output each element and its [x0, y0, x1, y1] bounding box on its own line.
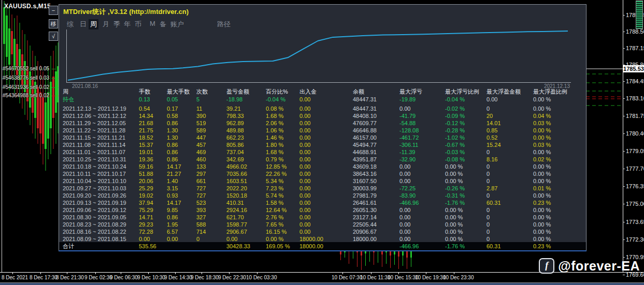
table-row-0-col11: 0.00 % [533, 106, 551, 112]
move-button[interactable]: 移 [49, 19, 58, 28]
table-row-3-col11: 0.00 % [533, 127, 551, 134]
minimize-button[interactable]: − [49, 6, 58, 15]
table-row-4-col9: -1.02 % [445, 134, 465, 141]
table-row-9-col6: 0.00 [299, 171, 310, 177]
table-row-16-col2: 1.95 [167, 221, 178, 228]
time-tick [40, 273, 41, 274]
table-row-13-col11: 0.23 % [533, 200, 551, 206]
table-row-3-col9: -0.28 % [445, 127, 465, 134]
table-row-8-col3: 133 [196, 163, 206, 170]
table-header-col4: 盈亏金额 [226, 88, 249, 95]
table-row-1-col6: 0.00 [299, 113, 310, 119]
table-row-8-col4: 4966.02 [226, 163, 247, 170]
table-row-17-col2: 6.57 [167, 229, 178, 235]
order-label-2[interactable]: #54631936 sell 0.02 [3, 84, 49, 90]
table-row-5-col7: 45494.77 [353, 142, 377, 148]
table-row-11-col6: 0.00 [299, 185, 310, 192]
table-row-8-col2: 14.17 [167, 163, 181, 170]
time-label-0: 8 Dec 2021 [2, 275, 28, 280]
symbol-label: XAUUSD.s,M15 [4, 3, 51, 10]
time-label-5: 9 Dec 10:30 [137, 275, 165, 280]
table-row-3-col1: 21.75 [139, 127, 153, 134]
check-button[interactable]: √ [49, 32, 58, 41]
table-header-col9: 最大浮亏比例 [445, 88, 479, 95]
table-row-4-col1: 18.52 [139, 134, 153, 141]
table-row-3-col6: 0.00 [299, 127, 310, 134]
table-row-10-col5: 5.34 % [266, 178, 283, 185]
price-label-1784.45: 1784.45 [626, 78, 644, 84]
table-row-17-col11: 0.00 % [533, 229, 551, 235]
table-row-14-col3: 393 [196, 207, 206, 214]
time-tick [12, 273, 13, 274]
table-row-16-col1: 29.23 [139, 221, 153, 228]
table-row-5-col11: 0.03 % [533, 142, 551, 148]
price-label-1783.10: 1783.10 [626, 95, 644, 101]
table-row-16-col7: 22505.44 [353, 221, 377, 228]
table-row-5-col1: 15.37 [139, 142, 153, 148]
time-label-7: 9 Dec 18:30 [191, 275, 219, 280]
table-row-9-col10: 0 [486, 171, 490, 177]
position-row-col5: -0.04 % [266, 96, 285, 103]
stats-table: 周手数最大手数次数盈亏金额百分比%出入金余额最大浮亏最大浮亏比例最大浮盈金额最大… [59, 5, 586, 250]
position-row-col3: 5 [196, 96, 199, 103]
total-row-col9: -1.76 % [445, 243, 465, 250]
table-row-10-col1: 20.06 [139, 178, 153, 185]
order-label-1[interactable]: #54638776 sell 0.03 [3, 75, 49, 81]
table-row-15-col5: 2.76 % [266, 214, 283, 221]
table-row-8-col6: 0.00 [299, 163, 310, 170]
table-row-17-col7: 20906.67 [353, 229, 377, 235]
table-row-5-col8: -306.11 [399, 142, 419, 148]
table-row-3-col3: 589 [196, 127, 206, 134]
table-row-9-col4: 7035.66 [226, 171, 247, 177]
table-row-0-col4: 39.21 [226, 106, 241, 112]
table-row-6-col3: 469 [196, 149, 206, 156]
table-row-2-col5: 2.06 % [266, 120, 283, 127]
total-row-col1: 535.56 [139, 243, 156, 250]
time-tick [257, 273, 257, 274]
table-row-5-col9: -0.67 % [445, 142, 465, 148]
table-row-18-col3: 0 [196, 236, 199, 243]
table-row-0-col7: 48447.31 [353, 106, 377, 112]
table-row-7-col1: 19.36 [139, 156, 153, 163]
table-row-15-col3: 327 [196, 214, 206, 221]
table-row-8-col8: 0.00 [399, 163, 410, 170]
mtdriver-stats-panel[interactable]: MTDriver统计 ,V3.12 (http://mtdriver.cn) 综… [59, 4, 586, 251]
table-header-col5: 百分比% [266, 88, 288, 95]
table-row-14-col4: 2924.16 [226, 207, 247, 214]
table-row-6-col1: 19.01 [139, 149, 153, 156]
table-row-12-col7: 27981.79 [353, 192, 377, 199]
table-row-2-col0: 2021.11.29 ~ 2021.12.05 [63, 120, 126, 127]
table-row-17-col9: 0.00 % [445, 229, 463, 235]
table-row-2-col1: 21.68 [139, 120, 153, 127]
price-tick [623, 81, 625, 82]
table-row-13-col1: 37.94 [139, 200, 153, 206]
open-orders-layer: #54670552 sell 0.05#54638776 sell 0.03#5… [0, 0, 59, 285]
table-row-0-col9: -0.02 % [445, 106, 465, 112]
table-row-14-col11: 0.00 % [533, 207, 551, 214]
position-row-col6: 0.00 [299, 96, 310, 103]
time-tick [202, 273, 202, 274]
order-label-3[interactable]: #54364988 sell 0.02 [3, 93, 49, 98]
window-left-border [2, 0, 2, 273]
table-row-8-col9: 0.00 % [445, 163, 463, 170]
table-row-2-col4: 962.89 [226, 120, 244, 127]
table-row-4-col6: 0.00 [299, 134, 310, 141]
table-row-8-col5: 12.85 % [266, 163, 287, 170]
table-row-3-col4: 489.88 [226, 127, 244, 134]
table-row-1-col2: 0.58 [167, 113, 178, 119]
order-label-0[interactable]: #54670552 sell 0.05 [3, 66, 49, 71]
table-row-13-col7: 26461.61 [353, 200, 377, 206]
table-row-18-col1: 0.00 [139, 236, 150, 243]
table-row-15-col8: 0.00 [399, 214, 410, 221]
table-row-4-col11: 0.00 % [533, 134, 551, 141]
table-row-9-col1: 51.88 [139, 171, 153, 177]
table-row-0-col0: 2021.12.13 ~ 2021.12.19 [63, 106, 126, 112]
table-row-6-col11: 0.00 % [533, 149, 551, 156]
scale-indicator-widget [636, 1, 643, 29]
time-axis[interactable]: 8 Dec 20218 Dec 17:308 Dec 21:309 Dec 02… [0, 272, 644, 282]
table-row-5-col4: 805.86 [226, 142, 244, 148]
position-row-col4: -18.98 [226, 96, 242, 103]
table-row-15-col0: 2021.08.30 ~ 2021.09.05 [63, 214, 126, 221]
price-axis[interactable]: 1789.851788.501787.151785.801784.451783.… [623, 0, 644, 273]
table-row-16-col0: 2021.08.23 ~ 2021.08.29 [63, 221, 126, 228]
